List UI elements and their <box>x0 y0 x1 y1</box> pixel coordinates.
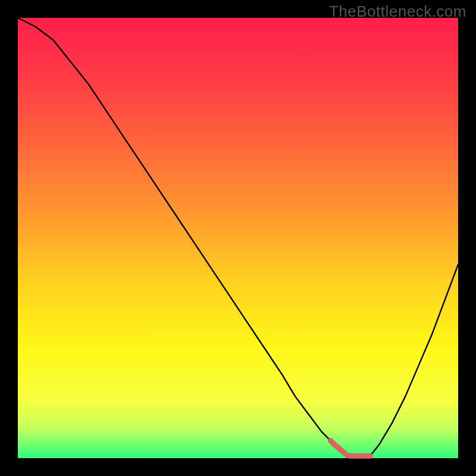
plot-area <box>18 18 458 458</box>
watermark-brand: TheBottleneck.com <box>329 2 466 21</box>
bottleneck-chart <box>0 0 476 476</box>
chart-container: TheBottleneck.com <box>0 0 476 476</box>
